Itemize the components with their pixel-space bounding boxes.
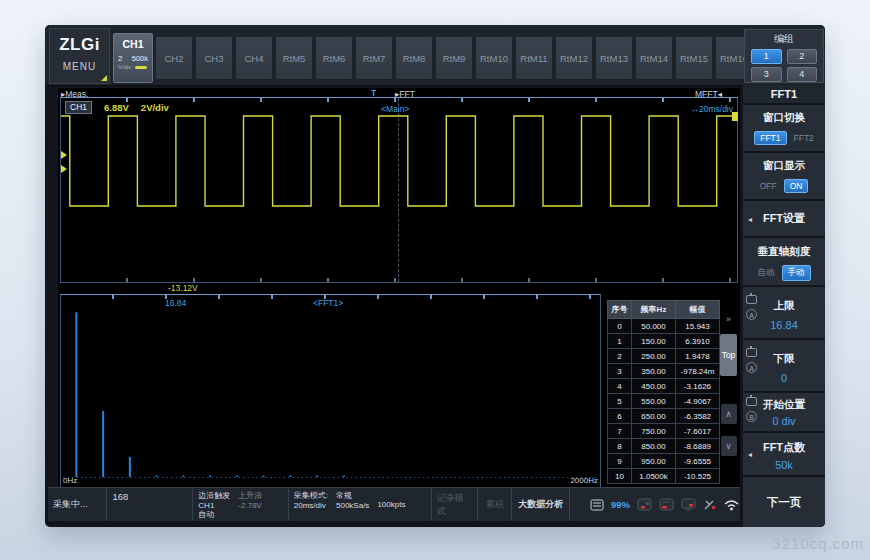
group-button-2[interactable]: 2 <box>787 49 818 64</box>
battery-percent: 99% <box>611 499 630 510</box>
zlg-logo: ZLGi <box>50 35 109 55</box>
record-mode-button[interactable]: 记录模式 <box>432 488 478 521</box>
jump-icon[interactable]: » <box>721 314 737 324</box>
tab-ch2[interactable]: CH2 <box>155 36 193 80</box>
acquisition-info[interactable]: 采集模式: 20ms/div 常规 500kSa/s 100kpts <box>289 488 432 521</box>
fft-table-row[interactable]: 8850.00-8.6889 <box>608 439 720 454</box>
start-position-section[interactable]: B 开始位置 0 div <box>743 393 825 431</box>
tab-rtm13[interactable]: RtM13 <box>595 36 633 80</box>
ground-marker-icon[interactable] <box>61 165 67 173</box>
side-panel: FFT1 窗口切换 FFT1 FFT2 窗口显示 OFF ON ◂ FFT设置 … <box>743 85 825 527</box>
usb-device-icon[interactable] <box>637 498 652 511</box>
option-manual[interactable]: 手动 <box>782 265 811 281</box>
knob-b-icon: B <box>746 411 757 422</box>
upper-limit-section[interactable]: A 上限 16.84 <box>743 287 825 338</box>
display-icon[interactable] <box>681 498 696 511</box>
tab-strip: CH1 2 500k V/div CH2CH3CH4RtM5RtM6RtM7Rt… <box>113 33 753 81</box>
fft-points-section[interactable]: ◂ FFT点数 50k <box>743 433 825 475</box>
top-bar: ZLGi MENU CH1 2 500k V/div CH2CH3CH4RtM5… <box>45 25 825 86</box>
ch1-rate: 500k <box>132 54 148 63</box>
fft-table-row[interactable]: 3350.00-978.24m <box>608 364 720 379</box>
tab-rtm15[interactable]: RtM15 <box>675 36 713 80</box>
fft-table-scroll-strip: » Top ∧ ∨ <box>720 300 737 484</box>
tab-ch1[interactable]: CH1 2 500k V/div <box>113 33 153 83</box>
tab-rtm12[interactable]: RtM12 <box>555 36 593 80</box>
ch1-scale: 2 <box>118 54 122 63</box>
trigger-level-marker[interactable] <box>732 112 738 121</box>
option-fft2[interactable]: FFT2 <box>794 133 814 143</box>
tab-ch3[interactable]: CH3 <box>195 36 233 80</box>
scroll-up-icon[interactable]: ∧ <box>721 404 737 424</box>
trigger-level-label: -13.12V <box>168 283 198 293</box>
upper-limit-value: 16.84 <box>743 319 825 331</box>
submenu-arrow-icon: ◂ <box>748 450 752 459</box>
freq-left-label: 0Hz <box>63 476 77 485</box>
top-button[interactable]: Top <box>720 334 737 376</box>
fft-table-row[interactable]: 9950.00-9.6555 <box>608 454 720 469</box>
window-switch-section[interactable]: 窗口切换 FFT1 FFT2 <box>743 105 825 151</box>
fft-points-value: 50k <box>743 459 825 471</box>
fft-table-header: 序号频率Hz幅值 <box>608 301 720 319</box>
screen: ▸Meas. T ▸FFT MFFT◂ CH1 6.88V 2V/div <Ma… <box>58 88 740 487</box>
oscilloscope-window: ZLGi MENU CH1 2 500k V/div CH2CH3CH4RtM5… <box>45 25 825 527</box>
fft-table: 序号频率Hz幅值 050.00015.9431150.006.39102250.… <box>607 300 720 484</box>
freq-right-label: 2000Hz <box>570 476 598 485</box>
menu-button[interactable]: ZLGi MENU <box>49 28 110 84</box>
knob-icon <box>746 348 757 357</box>
tab-rtm10[interactable]: RtM10 <box>475 36 513 80</box>
lower-limit-value: 0 <box>743 372 825 384</box>
option-auto[interactable]: 自动 <box>758 267 775 279</box>
trigger-count: 168 <box>107 488 193 521</box>
tab-rtm8[interactable]: RtM8 <box>395 36 433 80</box>
fft-table-row[interactable]: 2250.001.9478 <box>608 349 720 364</box>
window-display-section[interactable]: 窗口显示 OFF ON <box>743 153 825 199</box>
fft-table-body: 050.00015.9431150.006.39102250.001.94783… <box>608 319 720 484</box>
fft-settings-button[interactable]: ◂ FFT设置 <box>743 201 825 236</box>
group-button-1[interactable]: 1 <box>751 49 782 64</box>
option-on[interactable]: ON <box>784 179 809 193</box>
status-icons: 99% <box>570 488 740 521</box>
status-bar: 采集中... 168 边沿触发 CH1 自动 上升沿 -2.78V 采集模式: … <box>48 487 740 521</box>
option-off[interactable]: OFF <box>760 181 777 191</box>
submenu-arrow-icon: ◂ <box>748 214 752 223</box>
fft-table-row[interactable]: 050.00015.943 <box>608 319 720 334</box>
tab-rtm11[interactable]: RtM11 <box>515 36 553 80</box>
side-panel-title: FFT1 <box>743 85 825 103</box>
fft-table-row[interactable]: 1150.006.3910 <box>608 334 720 349</box>
group-title: 编组 <box>745 32 823 46</box>
time-left-label: -94.000ms <box>61 283 101 293</box>
group-button-3[interactable]: 3 <box>751 67 782 82</box>
fft-table-row[interactable]: 6650.00-6.3582 <box>608 409 720 424</box>
group-button-4[interactable]: 4 <box>787 67 818 82</box>
tab-ch4[interactable]: CH4 <box>235 36 273 80</box>
lower-limit-section[interactable]: A 下限 0 <box>743 340 825 391</box>
watermark: 3210cq.com <box>772 535 864 552</box>
trigger-info[interactable]: 边沿触发 CH1 自动 上升沿 -2.78V <box>193 488 288 521</box>
acquire-status: 采集中... <box>48 488 107 521</box>
fft-table-panel: 序号频率Hz幅值 050.00015.9431150.006.39102250.… <box>607 300 737 484</box>
usb-storage-icon[interactable] <box>659 498 674 511</box>
storage-icon[interactable] <box>590 499 604 511</box>
tools-icon[interactable] <box>703 498 716 511</box>
tab-rtm5[interactable]: RtM5 <box>275 36 313 80</box>
fft-table-row[interactable]: 4450.00-3.1626 <box>608 379 720 394</box>
next-page-button[interactable]: 下一页 <box>743 477 825 527</box>
channel-marker-icon[interactable] <box>61 151 67 159</box>
vertical-scale-section[interactable]: 垂直轴刻度 自动 手动 <box>743 238 825 285</box>
scroll-down-icon[interactable]: ∨ <box>721 436 737 456</box>
accumulate-button[interactable]: 累积 <box>478 488 513 521</box>
fft-table-row[interactable]: 101.0500k-10.525 <box>608 469 720 484</box>
ch1-unit: V/div <box>118 64 131 70</box>
tab-rtm6[interactable]: RtM6 <box>315 36 353 80</box>
fft-window[interactable]: 16.84 <FFT1> 0Hz 2000Hz <box>60 294 601 488</box>
tab-rtm9[interactable]: RtM9 <box>435 36 473 80</box>
ch1-color-bar <box>135 66 147 69</box>
waveform-window[interactable]: CH1 6.88V 2V/div <Main> ↔20ms/div <box>60 97 738 283</box>
wifi-icon[interactable] <box>723 498 740 511</box>
big-data-button[interactable]: 大数据分析 <box>512 488 569 521</box>
option-fft1[interactable]: FFT1 <box>754 131 786 145</box>
tab-rtm14[interactable]: RtM14 <box>635 36 673 80</box>
tab-rtm7[interactable]: RtM7 <box>355 36 393 80</box>
fft-table-row[interactable]: 5550.00-4.9067 <box>608 394 720 409</box>
fft-table-row[interactable]: 7750.00-7.6017 <box>608 424 720 439</box>
